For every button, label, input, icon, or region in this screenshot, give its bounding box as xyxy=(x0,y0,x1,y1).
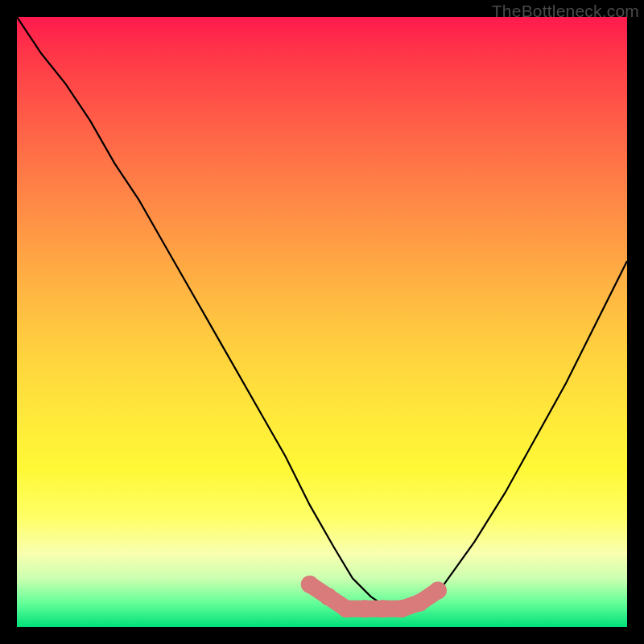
watermark-label: TheBottleneck.com xyxy=(492,2,639,21)
optimal-band-dot xyxy=(337,600,355,617)
optimal-band-dot xyxy=(393,600,411,617)
optimal-band-dot xyxy=(320,588,337,605)
optimal-band xyxy=(301,576,447,617)
chart-plot-area xyxy=(17,17,627,627)
optimal-band-dot xyxy=(411,594,428,612)
chart-frame: TheBottleneck.com xyxy=(0,0,644,644)
optimal-band-dot xyxy=(374,600,392,617)
bottleneck-curve xyxy=(17,17,627,609)
optimal-band-dot xyxy=(356,600,374,617)
optimal-band-dot xyxy=(429,582,447,600)
chart-svg xyxy=(17,17,627,627)
optimal-band-dot xyxy=(301,576,319,593)
